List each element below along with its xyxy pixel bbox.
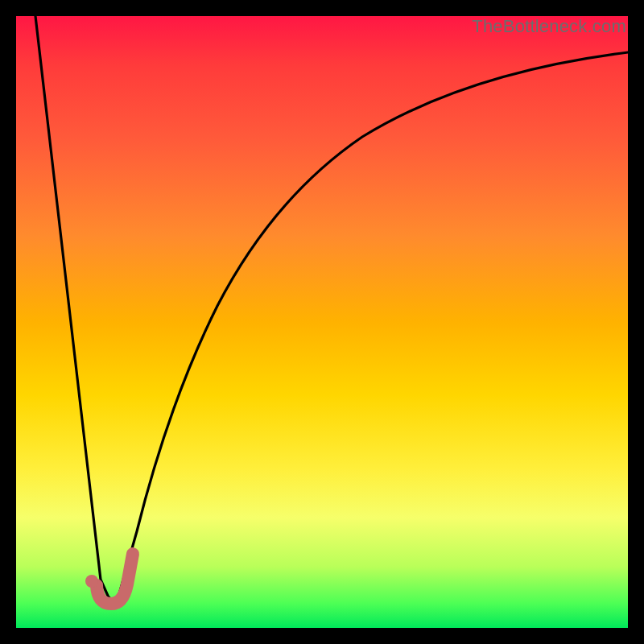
chart-svg (16, 16, 628, 628)
chart-frame: TheBottleneck.com (0, 0, 644, 644)
bottleneck-curve (35, 16, 628, 600)
marker-j-check (97, 554, 133, 604)
plot-area: TheBottleneck.com (16, 16, 628, 628)
marker-dot (85, 575, 98, 588)
